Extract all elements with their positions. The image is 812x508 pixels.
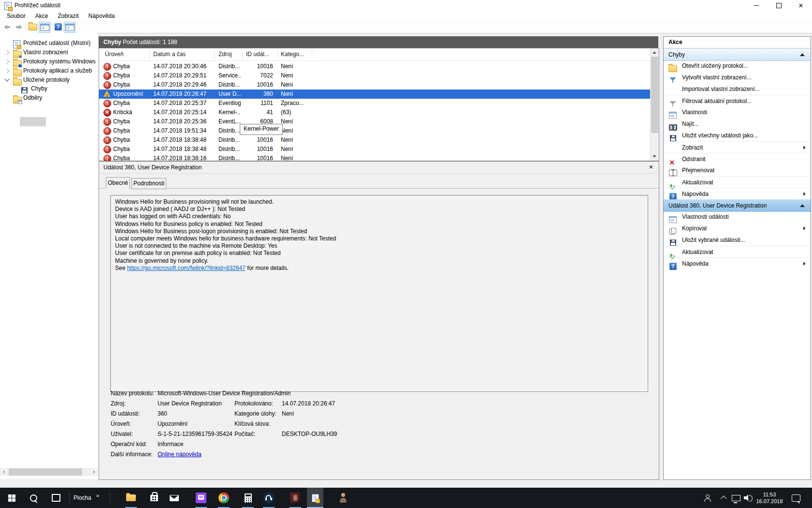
event-row[interactable]: Chyba14.07.2018 18:38:48Distrib...10016N…	[99, 135, 651, 145]
event-row-selected[interactable]: Upozornění14.07.2018 20:26:47User D...36…	[99, 90, 651, 99]
fwlink-hyperlink[interactable]: https://go.microsoft.com/fwlink/?linkid=…	[127, 265, 246, 271]
event-row[interactable]: Chyba14.07.2018 18:38:48Distrib...10016N…	[99, 145, 651, 154]
scroll-up-arrow[interactable]	[651, 48, 658, 57]
store-app-icon[interactable]	[147, 488, 161, 508]
event-row[interactable]: Chyba14.07.2018 20:30:46Distrib...10016N…	[99, 62, 651, 71]
column-separator[interactable]	[312, 50, 312, 59]
tree-item-root[interactable]: Prohlížeč událostí (Místní)	[0, 39, 7, 48]
action-open-saved-log[interactable]: Otevřít uložený protokol...	[664, 60, 811, 72]
menu-zobrazit[interactable]: Zobrazit	[53, 11, 83, 21]
action-help[interactable]: Nápověda	[664, 188, 811, 200]
actions-section-event[interactable]: Událost 360, User Device Registration	[664, 199, 811, 212]
action-save-all-events[interactable]: Uložit všechny události jako...	[664, 130, 811, 141]
back-button[interactable]	[2, 22, 13, 32]
menu-napoveda[interactable]: Nápověda	[84, 11, 120, 21]
tree-item-protokoly-aplikaci[interactable]: Protokoly aplikací a služeb	[0, 66, 9, 75]
scrollbar-thumb[interactable]	[651, 57, 658, 133]
tree-item-chyby[interactable]: Chyby	[0, 84, 6, 93]
event-row[interactable]: Chyba14.07.2018 19:51:34Distrib...Není	[99, 126, 651, 135]
action-help-event[interactable]: Nápověda	[664, 257, 811, 269]
scrollbar-thumb[interactable]	[9, 468, 82, 476]
column-datum[interactable]: Datum a čas	[153, 51, 186, 58]
action-filter-current-log[interactable]: Filtrovat aktuální protokol...	[664, 95, 811, 107]
collapse-icon[interactable]	[800, 204, 805, 207]
chevron-right-icon[interactable]	[5, 69, 10, 74]
show-action-pane-button[interactable]	[64, 22, 75, 33]
column-zdroj[interactable]: Zdroj	[218, 51, 232, 58]
headset-app-icon[interactable]	[261, 488, 276, 508]
chevron-right-icon[interactable]	[5, 60, 10, 64]
column-uroven[interactable]: Úroveň	[105, 51, 124, 58]
scroll-left-arrow[interactable]	[0, 468, 8, 476]
event-row[interactable]: Chyba14.07.2018 20:25:36EventL...6008Nen…	[99, 117, 651, 126]
tab-obecne[interactable]: Obecné	[106, 177, 130, 189]
list-vertical-scrollbar[interactable]	[650, 48, 659, 161]
column-separator[interactable]	[214, 50, 215, 59]
desktop-toolbar-label[interactable]: Plocha	[73, 488, 91, 508]
tray-volume-button[interactable]	[741, 488, 755, 508]
tree-horizontal-scrollbar[interactable]	[0, 468, 98, 476]
chrome-icon	[218, 493, 229, 503]
action-copy[interactable]: Kopírovat	[664, 223, 811, 234]
action-delete[interactable]: Odstranit	[664, 153, 811, 165]
action-create-custom-view[interactable]: Vytvořit vlastní zobrazení...	[664, 72, 811, 83]
start-button[interactable]	[0, 488, 23, 508]
event-row[interactable]: Kritická14.07.2018 20:25:14Kernel-...41(…	[99, 108, 651, 117]
column-separator[interactable]	[149, 50, 150, 59]
action-event-properties[interactable]: Vlastnosti události	[664, 211, 811, 223]
online-help-link[interactable]: Online nápověda	[158, 451, 202, 458]
actions-section-chyby[interactable]: Chyby	[664, 48, 811, 61]
taskbar-clock[interactable]: 11:53 16.07.2018	[754, 491, 785, 505]
task-view-button[interactable]	[46, 488, 66, 508]
taskbar-search-button[interactable]	[23, 488, 44, 508]
close-button[interactable]	[790, 0, 812, 11]
chevron-down-icon[interactable]	[5, 77, 10, 82]
mail-app-icon[interactable]	[167, 488, 181, 508]
event-row[interactable]: Chyba14.07.2018 20:29:51Service...7022Ne…	[99, 71, 651, 80]
collapse-icon[interactable]	[800, 53, 805, 56]
action-find[interactable]: Najít...	[664, 118, 811, 130]
column-separator[interactable]	[278, 50, 278, 59]
forward-button[interactable]	[13, 22, 24, 32]
action-rename[interactable]: Přejmenovat	[664, 164, 811, 176]
tray-people-button[interactable]	[700, 488, 714, 508]
show-console-tree-button[interactable]	[39, 22, 50, 33]
tray-network-button[interactable]	[730, 488, 742, 508]
action-center-button[interactable]	[788, 488, 804, 508]
event-row[interactable]: Chyba14.07.2018 20:25:37Eventlog1101Zpra…	[99, 99, 651, 108]
action-view[interactable]: Zobrazit	[664, 141, 811, 153]
tree-item-ulozene-protokoly[interactable]: Uložené protokoly	[0, 75, 9, 85]
game-app-icon[interactable]	[288, 488, 303, 508]
column-id[interactable]: ID udál...	[246, 51, 269, 58]
minimize-button[interactable]	[745, 0, 768, 11]
scroll-down-arrow[interactable]	[651, 152, 658, 161]
calculator-app-icon[interactable]	[241, 488, 255, 508]
chrome-app-icon[interactable]	[217, 488, 231, 508]
tree-item-odbery[interactable]: Odběry	[0, 93, 9, 103]
chevron-right-icon[interactable]	[5, 50, 10, 55]
person-app-icon[interactable]	[336, 488, 350, 508]
event-row[interactable]: Chyba14.07.2018 20:29:46Distrib...10016N…	[99, 80, 651, 90]
menu-akce[interactable]: Akce	[30, 11, 53, 21]
event-viewer-taskbar-button[interactable]	[307, 488, 323, 508]
scroll-right-arrow[interactable]	[90, 468, 98, 476]
column-separator[interactable]	[242, 50, 243, 59]
file-explorer-app-icon[interactable]	[124, 488, 138, 508]
restore-button[interactable]	[768, 0, 790, 11]
twitch-app-icon[interactable]	[194, 488, 208, 508]
tree-item-vlastni-zobrazeni[interactable]: Vlastní zobrazení	[0, 48, 9, 57]
menu-soubor[interactable]: Soubor	[2, 11, 30, 21]
tab-podrobnosti[interactable]: Podrobnosti	[131, 178, 166, 189]
column-kategorie[interactable]: Katego...	[281, 51, 304, 58]
open-saved-log-button[interactable]	[28, 22, 38, 32]
action-refresh-event[interactable]: Aktualizovat	[664, 246, 811, 258]
action-properties[interactable]: Vlastnosti	[664, 106, 811, 118]
action-save-selected-events[interactable]: Uložit vybrané události...	[664, 234, 811, 246]
tray-show-hidden-icons[interactable]	[718, 488, 730, 508]
toolbar-overflow-icon[interactable]	[96, 493, 99, 498]
action-refresh[interactable]: Aktualizovat	[664, 176, 811, 188]
tree-item-protokoly-systemu[interactable]: Protokoly systému Windows	[0, 57, 9, 66]
help-button[interactable]	[53, 22, 63, 32]
action-import-custom-view[interactable]: Importovat vlastní zobrazení...	[664, 83, 811, 95]
close-detail-icon[interactable]	[646, 162, 656, 173]
